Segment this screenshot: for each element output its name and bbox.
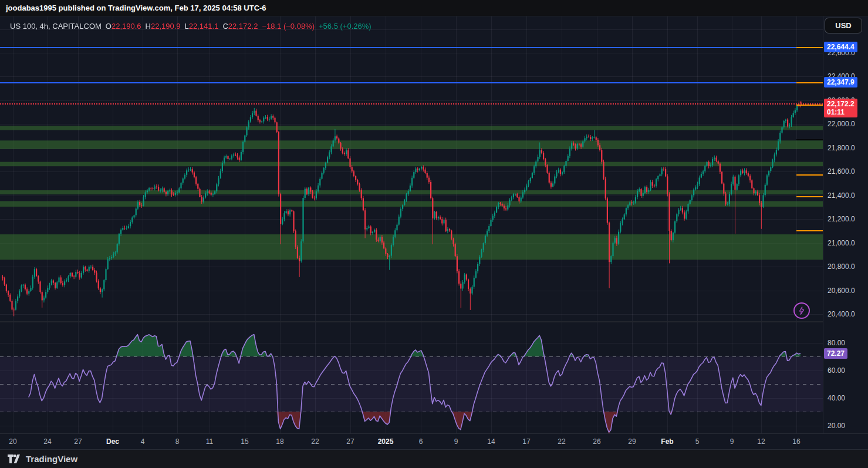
session-change-value: +56.5 (+0.26%) <box>319 22 371 31</box>
rsi-indicator-canvas[interactable] <box>0 322 823 433</box>
price-axis-label: 22,000.0 <box>828 120 855 128</box>
time-axis-label: 22 <box>558 437 565 446</box>
rsi-axis-label: 40.00 <box>828 394 845 402</box>
symbol-title[interactable]: US 100, 4h, CAPITALCOM <box>10 22 102 31</box>
brand-name[interactable]: TradingView <box>26 454 77 464</box>
time-axis-label: 26 <box>593 437 600 446</box>
last-price-line[interactable] <box>0 103 823 105</box>
time-axis-label: 9 <box>454 437 458 446</box>
price-axis[interactable]: 22,600.022,400.022,200.022,000.021,800.0… <box>823 16 868 449</box>
tradingview-published-chart: joodabas1995 published on TradingView.co… <box>0 0 868 468</box>
symbol-info-row[interactable]: US 100, 4h, CAPITALCOM O22,190.6 H22,190… <box>10 21 376 31</box>
horizontal-level-line-1[interactable] <box>0 47 823 48</box>
price-axis-label: 21,000.0 <box>828 239 855 247</box>
price-axis-label: 20,400.0 <box>828 310 855 318</box>
time-axis-label: Feb <box>661 437 673 446</box>
horizontal-level-line-2[interactable] <box>0 82 823 83</box>
time-axis-label: 20 <box>9 437 16 446</box>
bar-countdown: 01:11 <box>827 108 855 116</box>
time-axis-label: 9 <box>730 437 734 446</box>
time-axis-label: 6 <box>419 437 423 446</box>
alert-ray-4[interactable] <box>796 174 823 176</box>
time-axis-label: 12 <box>757 437 765 446</box>
time-axis-label: 5 <box>695 437 700 446</box>
alert-ray-1[interactable] <box>796 47 823 48</box>
black-level-ray[interactable] <box>796 139 823 140</box>
tradingview-logo-icon[interactable] <box>8 454 21 463</box>
price-axis-label: 20,600.0 <box>828 287 855 295</box>
pane-separator[interactable] <box>0 321 823 322</box>
last-price-value: 22,172.2 <box>827 100 855 108</box>
time-axis[interactable]: 202427Dec4811151822272025691417222629Feb… <box>0 433 868 450</box>
time-axis-label: 18 <box>276 437 283 446</box>
time-axis-label: 14 <box>487 437 495 446</box>
rsi-axis-label: 80.00 <box>828 339 845 347</box>
time-axis-label: 24 <box>43 437 51 446</box>
alert-ray-3[interactable] <box>796 105 823 106</box>
alert-ray-2[interactable] <box>796 82 823 83</box>
time-axis-label: 11 <box>206 437 213 446</box>
time-axis-label: 2025 <box>378 437 394 446</box>
currency-toggle-button[interactable]: USD <box>825 18 862 33</box>
high-value: 22,190.9 <box>151 22 181 31</box>
price-chart-canvas[interactable] <box>0 16 823 322</box>
time-axis-label: 22 <box>311 437 319 446</box>
level-price-badge-1: 22,644.4 <box>824 42 857 52</box>
lightning-icon <box>797 306 806 315</box>
high-label: H <box>146 22 151 31</box>
time-axis-label: 27 <box>346 437 354 446</box>
price-axis-label: 21,400.0 <box>828 191 855 200</box>
open-label: O <box>106 22 112 31</box>
quick-trade-lightning-button[interactable] <box>793 302 810 319</box>
rsi-axis-label: 20.00 <box>828 422 845 430</box>
publisher-text: joodabas1995 published on TradingView.co… <box>6 4 266 12</box>
change-value: −18.1 (−0.08%) <box>262 22 315 31</box>
time-axis-label: 17 <box>522 437 530 446</box>
level-price-badge-2: 22,347.9 <box>824 77 857 87</box>
time-axis-label: 29 <box>628 437 636 446</box>
publisher-bar: joodabas1995 published on TradingView.co… <box>0 0 868 16</box>
price-axis-label: 21,800.0 <box>828 144 855 152</box>
time-axis-label: 4 <box>141 437 145 446</box>
close-label: C <box>222 22 228 31</box>
open-value: 22,190.6 <box>112 22 141 31</box>
rsi-value-badge: 72.27 <box>824 348 847 359</box>
price-axis-label: 21,200.0 <box>828 215 855 223</box>
bottom-brand-bar: TradingView <box>0 449 868 468</box>
price-axis-label: 20,800.0 <box>828 262 855 271</box>
low-label: L <box>185 22 189 31</box>
alert-ray-5[interactable] <box>796 196 823 197</box>
price-axis-label: 21,600.0 <box>828 167 855 176</box>
close-value: 22,172.2 <box>228 22 258 31</box>
last-price-badge: 22,172.2 01:11 <box>824 99 857 117</box>
time-axis-label: Dec <box>106 437 119 446</box>
time-axis-label: 8 <box>175 437 180 446</box>
time-axis-label: 27 <box>74 437 82 446</box>
alert-ray-6[interactable] <box>796 230 823 231</box>
rsi-axis-label: 60.00 <box>828 366 845 375</box>
time-axis-label: 15 <box>241 437 248 446</box>
time-axis-label: 16 <box>792 437 800 446</box>
low-value: 22,141.1 <box>189 22 219 31</box>
